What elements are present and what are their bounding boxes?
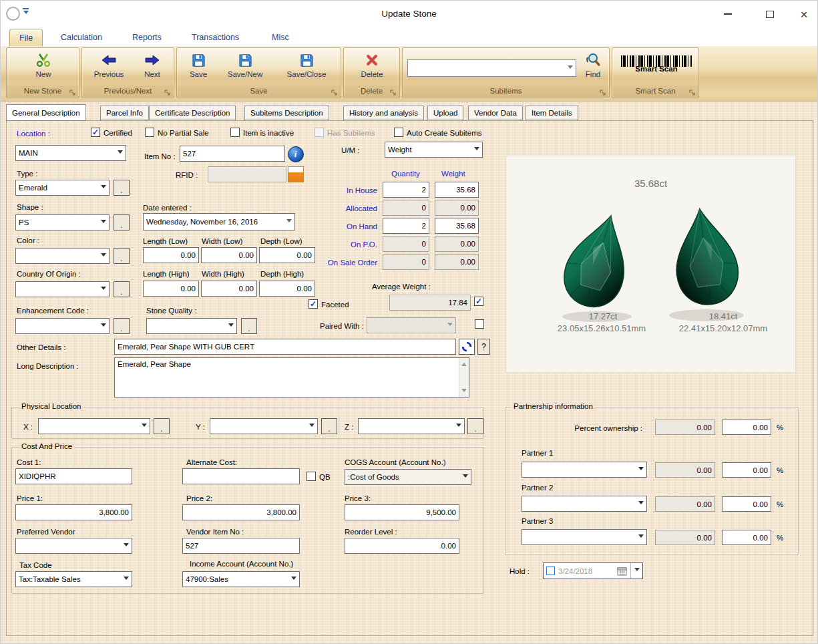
long-description-textarea[interactable]: Emerald, Pear Shape bbox=[114, 357, 469, 397]
location-combobox[interactable]: MAIN bbox=[15, 145, 126, 161]
on-hand-qty-input[interactable] bbox=[383, 218, 429, 234]
price3-input[interactable] bbox=[345, 504, 459, 520]
width-low-input[interactable] bbox=[201, 247, 257, 263]
alternate-cost-input[interactable] bbox=[182, 468, 300, 484]
dialog-launcher-icon[interactable] bbox=[331, 88, 339, 96]
partner1-combobox[interactable] bbox=[522, 462, 647, 478]
on-hand-weight-input[interactable] bbox=[435, 218, 479, 234]
details-help-button[interactable]: ? bbox=[477, 339, 490, 355]
depth-high-input[interactable] bbox=[259, 281, 315, 297]
partner2-combobox[interactable] bbox=[522, 496, 647, 512]
price1-input[interactable] bbox=[15, 504, 132, 520]
item-inactive-checkbox[interactable] bbox=[230, 128, 240, 137]
partner1-percent-input[interactable] bbox=[722, 462, 771, 478]
minimize-button[interactable] bbox=[717, 6, 739, 22]
dialog-launcher-icon[interactable] bbox=[69, 88, 77, 96]
other-details-input[interactable] bbox=[114, 339, 456, 355]
percent-ownership-input[interactable] bbox=[722, 420, 771, 435]
enhancement-code-combobox[interactable] bbox=[15, 318, 110, 334]
cogs-account-combobox[interactable]: :Cost of Goods bbox=[345, 469, 471, 485]
date-entered-picker[interactable]: Wednesday, November 16, 2016 bbox=[143, 213, 295, 230]
partner3-combobox[interactable] bbox=[522, 529, 647, 545]
length-low-input[interactable] bbox=[143, 247, 199, 263]
tax-code-combobox[interactable]: Tax:Taxable Sales bbox=[15, 571, 132, 587]
item-no-input[interactable] bbox=[180, 146, 285, 162]
width-high-input[interactable] bbox=[201, 281, 257, 297]
country-combobox[interactable] bbox=[15, 281, 110, 297]
dialog-launcher-icon[interactable] bbox=[389, 88, 397, 96]
new-button[interactable]: New bbox=[21, 51, 65, 78]
ribbon-tab-reports[interactable]: Reports bbox=[123, 29, 171, 46]
y-lookup-button[interactable]: . bbox=[321, 418, 337, 434]
previous-button[interactable]: Previous bbox=[87, 51, 130, 78]
tab-vendor-data[interactable]: Vendor Data bbox=[468, 106, 523, 120]
reorder-level-input[interactable] bbox=[345, 538, 459, 554]
close-button[interactable]: × bbox=[793, 6, 815, 22]
price2-input[interactable] bbox=[182, 504, 300, 520]
item-no-info-button[interactable]: i bbox=[287, 146, 304, 162]
dialog-launcher-icon[interactable] bbox=[164, 88, 172, 96]
ribbon-tab-file[interactable]: File bbox=[9, 29, 43, 46]
smart-scan-button[interactable]: Smart Scan bbox=[620, 55, 693, 73]
ribbon-tab-transactions[interactable]: Transactions bbox=[182, 29, 248, 46]
z-lookup-button[interactable]: . bbox=[467, 418, 483, 434]
refresh-description-button[interactable] bbox=[459, 339, 475, 355]
rfid-scan-button[interactable] bbox=[288, 166, 304, 182]
income-account-combobox[interactable]: 47900:Sales bbox=[182, 571, 300, 587]
dialog-launcher-icon[interactable] bbox=[599, 88, 607, 96]
stone-quality-combobox[interactable] bbox=[146, 318, 237, 334]
preferred-vendor-combobox[interactable] bbox=[15, 538, 132, 554]
x-lookup-button[interactable]: . bbox=[154, 418, 170, 434]
stone-quality-lookup-button[interactable]: . bbox=[241, 318, 257, 334]
in-house-qty-input[interactable] bbox=[383, 182, 429, 198]
save-close-button[interactable]: Save/Close bbox=[278, 51, 335, 78]
hold-checkbox[interactable] bbox=[546, 567, 555, 575]
textarea-scrollbar[interactable] bbox=[459, 358, 469, 397]
color-combobox[interactable] bbox=[15, 248, 110, 264]
average-weight-checkbox[interactable]: ✓ bbox=[474, 297, 483, 306]
subitems-combobox[interactable] bbox=[407, 59, 576, 77]
enhancement-lookup-button[interactable]: . bbox=[114, 318, 130, 334]
country-lookup-button[interactable]: . bbox=[114, 281, 130, 297]
auto-create-subitems-checkbox[interactable] bbox=[394, 128, 403, 137]
tab-upload[interactable]: Upload bbox=[427, 106, 463, 120]
no-partial-sale-checkbox[interactable] bbox=[145, 128, 154, 137]
length-high-input[interactable] bbox=[143, 281, 199, 297]
save-new-button[interactable]: Save/New bbox=[221, 51, 269, 78]
maximize-button[interactable] bbox=[759, 6, 781, 22]
tab-parcel-info[interactable]: Parcel Info bbox=[100, 106, 149, 120]
delete-button[interactable]: Delete bbox=[351, 51, 393, 78]
shape-combobox[interactable]: PS bbox=[15, 214, 110, 230]
partner2-percent-input[interactable] bbox=[722, 496, 771, 512]
tab-item-details[interactable]: Item Details bbox=[526, 106, 578, 120]
vendor-item-no-input[interactable] bbox=[182, 538, 300, 554]
partner3-percent-input[interactable] bbox=[722, 530, 771, 545]
tab-subitems-description[interactable]: Subitems Description bbox=[244, 106, 329, 120]
certified-checkbox[interactable]: ✓ bbox=[91, 128, 100, 137]
cost1-input[interactable] bbox=[15, 468, 132, 484]
tab-general-description[interactable]: General Description bbox=[6, 104, 86, 121]
find-button[interactable]: Find bbox=[579, 51, 607, 78]
z-combobox[interactable] bbox=[358, 418, 465, 434]
next-button[interactable]: Next bbox=[136, 51, 169, 78]
tab-history-analysis[interactable]: History and analysis bbox=[343, 106, 424, 120]
save-button[interactable]: Save bbox=[181, 51, 216, 78]
paired-with-checkbox[interactable] bbox=[475, 319, 484, 329]
faceted-checkbox[interactable]: ✓ bbox=[309, 299, 318, 309]
um-combobox[interactable]: Weight bbox=[385, 142, 483, 158]
hold-date-picker[interactable]: 3/24/2018 bbox=[543, 562, 643, 579]
color-lookup-button[interactable]: . bbox=[114, 248, 130, 264]
type-combobox[interactable]: Emerald bbox=[15, 180, 110, 196]
type-lookup-button[interactable]: . bbox=[114, 180, 130, 196]
y-combobox[interactable] bbox=[210, 418, 318, 434]
dialog-launcher-icon[interactable] bbox=[688, 88, 696, 96]
qb-checkbox[interactable] bbox=[306, 472, 316, 481]
ribbon-tab-calculation[interactable]: Calculation bbox=[51, 29, 112, 46]
ribbon-tab-misc[interactable]: Misc bbox=[262, 29, 298, 46]
depth-low-input[interactable] bbox=[259, 247, 315, 263]
tab-certificate-description[interactable]: Certificate Description bbox=[149, 106, 236, 120]
in-house-weight-input[interactable] bbox=[435, 182, 479, 198]
shape-lookup-button[interactable]: . bbox=[114, 214, 130, 230]
photo-total-carat-label: 35.68ct bbox=[506, 178, 795, 189]
x-combobox[interactable] bbox=[38, 418, 150, 434]
